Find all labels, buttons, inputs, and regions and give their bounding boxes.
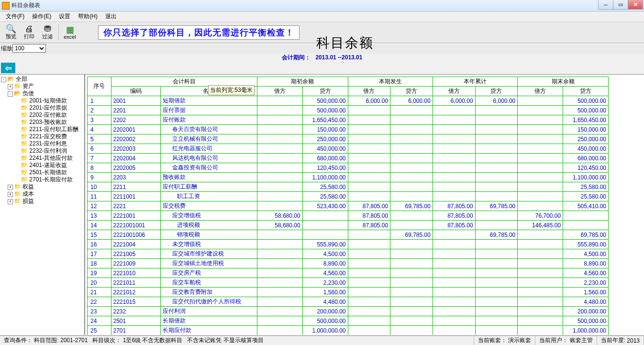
table-row[interactable]: 92203预收账款1,100,000.001,100,000.00	[88, 173, 609, 182]
col-close-debit[interactable]: 借方	[518, 87, 563, 96]
title-bar: 科目余额表 ─ ▭ ✕	[0, 0, 644, 11]
tree-leaf[interactable]: 📁 2241-其他应付款	[14, 155, 83, 162]
menu-settings[interactable]: 设置	[55, 12, 74, 21]
tree-leaf[interactable]: 📁 2221-应交税费	[14, 133, 83, 140]
table-row[interactable]: 182221009 应交城镇土地使用税8,890.008,890.00	[88, 259, 609, 268]
table-row[interactable]: 222221015 应交代扣代缴的个人所得税4,480.004,480.00	[88, 297, 609, 307]
col-open-credit[interactable]: 贷方	[302, 87, 348, 96]
col-year[interactable]: 本年累计	[433, 77, 517, 87]
preview-icon: 🔍	[6, 24, 16, 33]
minimize-button[interactable]: ─	[598, 0, 613, 10]
maximize-button[interactable]: ▭	[613, 0, 628, 10]
menu-file[interactable]: 文件(F)	[2, 12, 28, 21]
menu-bar: 文件(F) 操作(E) 设置 帮助(H) 退出	[0, 11, 644, 22]
col-seq[interactable]: 序号	[88, 77, 111, 96]
window-title: 科目余额表	[11, 1, 40, 10]
app-icon	[2, 2, 10, 10]
col-code[interactable]: 编码	[111, 87, 160, 96]
table-row[interactable]: 172221005 应交城市维护建设税4,500.004,500.00	[88, 249, 609, 259]
table-row[interactable]: 12001短期借款500,000.006,000.006,000.006,000…	[88, 96, 609, 106]
table-row[interactable]: 52202002 立立机械有限公司250,000.00250,000.00	[88, 134, 609, 144]
tree-leaf[interactable]: 📁 2232-应付利润	[14, 147, 83, 155]
table-row[interactable]: 212221012 应交教育费附加1,560.001,560.00	[88, 288, 609, 297]
table-row[interactable]: 132221001 应交增值税58,680.0087,805.0087,805.…	[88, 211, 609, 221]
back-button[interactable]: ⇦	[1, 63, 15, 73]
balance-grid[interactable]: 序号 会计科目 期初余额 本期发生 本年累计 期末余额 编码 名称 借方 贷方 …	[85, 75, 644, 335]
tree-node[interactable]: +📁 损益	[8, 198, 83, 205]
account-tree[interactable]: -📂 全部+📁 资产-📂 负债📁 2001-短期借款📁 2201-应付票据📁 2…	[0, 75, 85, 335]
table-row[interactable]: 82202005 金鑫投资有限公司120,450.00120,450.00	[88, 163, 609, 173]
tree-leaf[interactable]: 📁 2501-长期借款	[14, 169, 83, 176]
document-title: 科目余额	[316, 34, 374, 52]
table-row[interactable]: 32202应付账款1,650,450.001,650,450.00	[88, 115, 609, 125]
table-row[interactable]: 202221011 应交车船税2,230.002,230.00	[88, 278, 609, 288]
col-year-credit[interactable]: 贷方	[475, 87, 518, 96]
table-row[interactable]: 102211应付职工薪酬25,580.0025,580.00	[88, 182, 609, 192]
tree-node[interactable]: -📂 负债📁 2001-短期借款📁 2201-应付票据📁 2202-应付账款📁 …	[8, 90, 83, 183]
tree-leaf[interactable]: 📁 2211-应付职工薪酬	[14, 126, 83, 133]
tree-leaf[interactable]: 📁 2202-应付账款	[14, 111, 83, 119]
col-open-debit[interactable]: 借方	[257, 87, 302, 96]
tree-leaf[interactable]: 📁 2001-短期借款	[14, 97, 83, 104]
table-row[interactable]: 42202001 春天百货有限公司150,000.00150,000.00	[88, 125, 609, 134]
table-row[interactable]: 72202004 风达机电有限公司680,000.00680,000.00	[88, 154, 609, 163]
tree-leaf[interactable]: 📁 2401-递延收益	[14, 162, 83, 169]
tree-leaf[interactable]: 📁 2701-长期应付款	[14, 176, 83, 183]
col-close-credit[interactable]: 贷方	[563, 87, 609, 96]
col-closing[interactable]: 期末余额	[518, 77, 609, 87]
menu-exit[interactable]: 退出	[101, 12, 121, 21]
table-row[interactable]: 192221010 应交房产税4,560.004,560.00	[88, 268, 609, 278]
filter-icon: ⛃	[44, 24, 51, 33]
period-value: 2013.01 --2013.01	[315, 54, 362, 61]
tree-node[interactable]: +📁 成本	[8, 190, 83, 198]
table-row[interactable]: 242501长期借款500,000.00500,000.00	[88, 316, 609, 326]
tree-leaf[interactable]: 📁 2201-应付票据	[14, 104, 83, 111]
table-row[interactable]: 122221应交税费523,430.0087,805.0069,785.0087…	[88, 201, 609, 211]
table-row[interactable]: 62202003 红光电器服公司450,000.00450,000.00	[88, 144, 609, 154]
col-current[interactable]: 本期发生	[348, 77, 433, 87]
table-row[interactable]: 252701长期应付款1,000,000.001,000,000.00	[88, 326, 609, 335]
print-icon: 🖨	[25, 24, 33, 33]
column-width-tooltip: 当前列宽:53毫米	[208, 85, 255, 95]
table-row[interactable]: 112211001 职工工资25,580.0025,580.00	[88, 192, 609, 201]
zoom-row: 缩放 100 科目余额	[0, 43, 644, 54]
zoom-select[interactable]: 100	[12, 44, 46, 53]
preview-button[interactable]: 🔍预览	[2, 23, 20, 42]
table-row[interactable]: 142221001001 进项税额58,680.0087,805.0087,80…	[88, 221, 609, 230]
tree-leaf[interactable]: 📁 2203-预收账款	[14, 119, 83, 126]
menu-operate[interactable]: 操作(E)	[28, 12, 55, 21]
period-label: 会计期间：	[282, 54, 311, 61]
tree-leaf[interactable]: 📁 2231-应付利息	[14, 140, 83, 147]
table-row[interactable]: 22201应付票据500,000.00500,000.00	[88, 106, 609, 115]
col-cur-credit[interactable]: 贷方	[390, 87, 433, 96]
col-year-debit[interactable]: 借方	[433, 87, 475, 96]
tree-node[interactable]: +📁 权益	[8, 183, 83, 190]
table-row[interactable]: 232232应付利润200,000.00200,000.00	[88, 307, 609, 316]
print-button[interactable]: 🖨打印	[20, 23, 38, 42]
tree-node[interactable]: +📁 资产	[8, 83, 83, 90]
menu-help[interactable]: 帮助(H)	[74, 12, 101, 21]
col-opening[interactable]: 期初余额	[257, 77, 348, 87]
zoom-label: 缩放	[1, 45, 12, 53]
col-cur-debit[interactable]: 借方	[348, 87, 390, 96]
close-button[interactable]: ✕	[628, 0, 643, 10]
table-row[interactable]: 162221004 未交增值税555,890.00555,890.00	[88, 240, 609, 249]
table-row[interactable]: 152221001006 销项税额69,785.0069,785.0069,78…	[88, 230, 609, 240]
excel-icon: ▦	[66, 25, 74, 34]
period-row: 会计期间： 2013.01 --2013.01	[0, 54, 644, 62]
